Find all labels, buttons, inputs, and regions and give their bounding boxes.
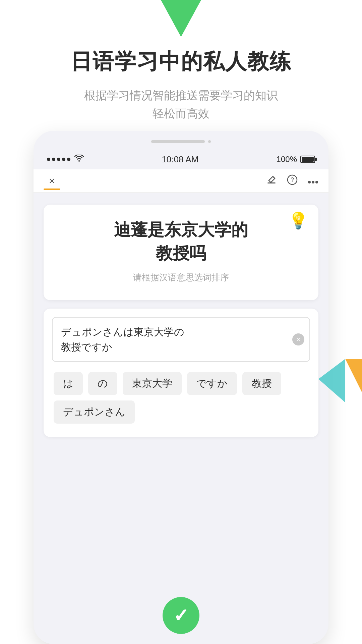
scroll-bar — [151, 140, 205, 143]
sub-title: 根据学习情况智能推送需要学习的知识 轻松而高效 — [0, 86, 362, 123]
nav-right-icons: ? — [266, 174, 318, 187]
answer-text: デュポンさんは東京大学の 教授ですか — [61, 324, 289, 355]
clear-button[interactable]: × — [292, 333, 304, 345]
signal-dot-1 — [47, 158, 50, 161]
signal-dots — [47, 158, 70, 161]
word-chips-container: はの東京大学ですか教授デュポンさん — [52, 372, 310, 424]
checkmark-icon[interactable]: ✓ — [173, 606, 189, 625]
battery-percent: 100% — [277, 155, 297, 164]
title-area: 日语学习中的私人教练 根据学习情况智能推送需要学习的知识 轻松而高效 — [0, 47, 362, 123]
battery-icon — [300, 156, 315, 163]
nav-bar: × ? — [34, 169, 328, 193]
status-right: 100% — [277, 155, 315, 164]
word-chip[interactable]: の — [88, 372, 117, 395]
word-chip[interactable]: 教授 — [242, 372, 281, 395]
word-chip[interactable]: 東京大学 — [123, 372, 182, 395]
status-bar: 10:08 AM 100% — [34, 151, 328, 168]
svg-rect-2 — [267, 182, 276, 183]
answer-input-box[interactable]: デュポンさんは東京大学の 教授ですか × — [52, 317, 310, 362]
sub-title-line1: 根据学习情况智能推送需要学习的知识 — [0, 86, 362, 104]
close-button[interactable]: × — [44, 172, 60, 189]
question-line1: 迪蓬是东京大学的 — [57, 218, 305, 241]
help-icon[interactable]: ? — [287, 174, 298, 187]
status-left — [47, 155, 84, 164]
answer-line2: 教授ですか — [61, 339, 289, 355]
phone-mockup: 10:08 AM 100% × — [34, 131, 328, 644]
svg-point-7 — [315, 181, 318, 183]
close-x-icon[interactable]: × — [49, 175, 55, 187]
svg-point-1 — [78, 160, 80, 162]
scroll-dot — [208, 140, 211, 143]
svg-marker-0 — [161, 0, 201, 37]
question-text: 迪蓬是东京大学的 教授吗 — [57, 218, 305, 265]
status-time: 10:08 AM — [162, 154, 198, 165]
svg-marker-8 — [345, 359, 362, 426]
svg-point-5 — [308, 181, 311, 183]
wifi-icon — [74, 155, 84, 164]
question-line2: 教授吗 — [57, 241, 305, 265]
question-hint: 请根据汉语意思选词排序 — [57, 272, 305, 283]
main-title: 日语学习中的私人教练 — [0, 47, 362, 76]
signal-dot-2 — [52, 158, 55, 161]
scroll-indicator — [151, 140, 211, 143]
word-chip[interactable]: デュポンさん — [54, 400, 135, 424]
sub-title-line2: 轻松而高效 — [0, 104, 362, 122]
deco-triangles-right — [318, 359, 362, 426]
answer-line1: デュポンさんは東京大学の — [61, 324, 289, 339]
svg-text:?: ? — [291, 176, 294, 183]
word-chip[interactable]: は — [54, 372, 83, 395]
edit-icon[interactable] — [266, 174, 277, 187]
svg-point-6 — [312, 181, 314, 183]
signal-dot-5 — [67, 158, 70, 161]
lightbulb-icon: 💡 — [288, 211, 308, 230]
battery-fill — [302, 157, 314, 162]
content-area: 💡 迪蓬是东京大学的 教授吗 请根据汉语意思选词排序 デュポンさんは東京大学の … — [34, 195, 328, 644]
question-card: 💡 迪蓬是东京大学的 教授吗 请根据汉语意思选词排序 — [44, 205, 318, 300]
word-chip[interactable]: ですか — [187, 372, 237, 395]
svg-marker-9 — [318, 359, 345, 402]
more-icon[interactable] — [308, 175, 318, 186]
answer-card: デュポンさんは東京大学の 教授ですか × はの東京大学ですか教授デュポンさん — [44, 309, 318, 437]
submit-button[interactable]: ✓ — [163, 597, 199, 634]
app-logo — [161, 0, 201, 37]
signal-dot-4 — [62, 158, 65, 161]
signal-dot-3 — [57, 158, 60, 161]
